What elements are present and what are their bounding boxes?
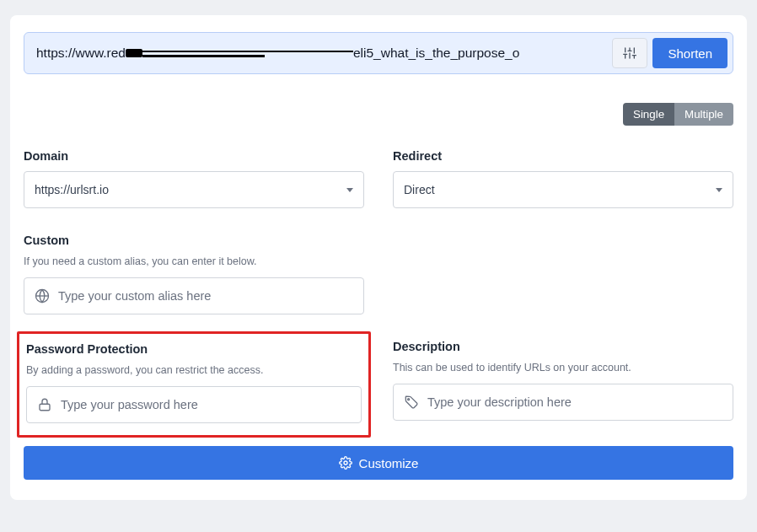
custom-label: Custom — [24, 234, 364, 247]
options-form: Domain https://urlsrt.io Redirect Direct… — [24, 149, 733, 426]
svg-rect-11 — [40, 404, 50, 411]
password-input-group — [26, 386, 362, 423]
custom-alias-input-group — [24, 277, 364, 314]
domain-selected-value: https://urlsrt.io — [35, 183, 109, 196]
url-input[interactable]: https://www.redeli5_what_is_the_purpose_… — [24, 33, 607, 73]
toggle-multiple[interactable]: Multiple — [674, 103, 733, 126]
customize-label: Customize — [359, 456, 419, 470]
description-label: Description — [393, 340, 733, 353]
redirect-field: Redirect Direct — [393, 149, 733, 208]
domain-label: Domain — [24, 149, 364, 163]
svg-point-12 — [408, 399, 410, 400]
description-input[interactable] — [427, 395, 722, 409]
description-field: Description This can be used to identify… — [393, 340, 733, 426]
domain-select[interactable]: https://urlsrt.io — [24, 171, 364, 208]
password-input[interactable] — [61, 398, 351, 411]
redacted-segment — [142, 47, 353, 59]
globe-icon — [35, 288, 50, 304]
lock-icon — [37, 397, 52, 412]
chevron-down-icon — [716, 188, 722, 192]
url-input-bar: https://www.redeli5_what_is_the_purpose_… — [24, 32, 733, 74]
password-highlight: Password Protection By adding a password… — [17, 331, 371, 438]
password-label: Password Protection — [26, 342, 362, 356]
description-help: This can be used to identify URLs on you… — [393, 362, 733, 373]
redacted-segment — [126, 49, 142, 57]
chevron-down-icon — [346, 188, 353, 192]
custom-alias-field: Custom If you need a custom alias, you c… — [24, 234, 364, 314]
redirect-select[interactable]: Direct — [393, 171, 733, 208]
tag-icon — [404, 395, 419, 410]
shortener-card: https://www.redeli5_what_is_the_purpose_… — [10, 15, 747, 500]
redirect-selected-value: Direct — [404, 183, 435, 196]
spacer — [393, 234, 733, 314]
password-help: By adding a password, you can restrict t… — [26, 364, 362, 376]
url-prefix: https://www.red — [36, 46, 126, 61]
password-field-wrapper: Password Protection By adding a password… — [24, 340, 364, 426]
domain-field: Domain https://urlsrt.io — [24, 149, 364, 208]
mode-toggle-row: Single Multiple — [24, 103, 733, 126]
gear-icon — [339, 456, 352, 470]
options-button[interactable] — [612, 38, 647, 68]
custom-alias-input[interactable] — [58, 289, 353, 303]
mode-toggle: Single Multiple — [623, 103, 733, 126]
toggle-single[interactable]: Single — [623, 103, 674, 126]
shorten-button[interactable]: Shorten — [652, 38, 727, 68]
redirect-label: Redirect — [393, 149, 733, 163]
sliders-icon — [623, 46, 636, 60]
url-suffix: eli5_what_is_the_purpose_o — [353, 46, 519, 61]
customize-button[interactable]: Customize — [24, 446, 733, 480]
svg-point-13 — [344, 461, 347, 465]
custom-help: If you need a custom alias, you can ente… — [24, 255, 364, 267]
description-input-group — [393, 384, 733, 421]
